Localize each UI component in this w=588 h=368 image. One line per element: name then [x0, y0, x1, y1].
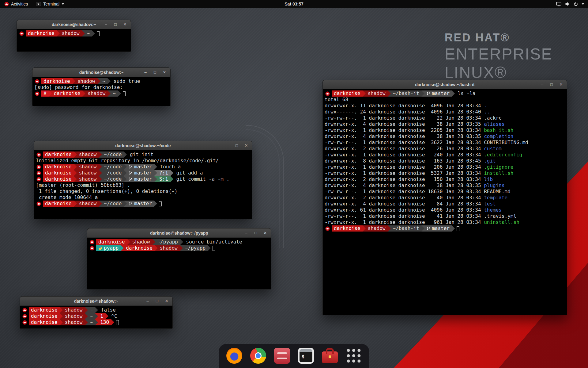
command-text: false: [98, 307, 116, 313]
dock-chrome-icon[interactable]: [250, 348, 266, 364]
prompt-segment-git: master: [127, 164, 154, 170]
titlebar[interactable]: darknoise@shadow:~ – □ ✕: [17, 20, 131, 29]
prompt-segment-git: master: [424, 90, 452, 97]
dock-app-grid-icon[interactable]: [346, 348, 362, 364]
prompt-segment-host: shadow: [130, 239, 152, 245]
titlebar[interactable]: darknoise@shadow:~/pyapp – □ ✕: [87, 228, 271, 238]
system-status-area[interactable]: [556, 2, 588, 6]
command-text: touch a: [157, 164, 181, 170]
prompt-segment-host: shadow: [85, 90, 107, 97]
close-button[interactable]: ✕: [244, 143, 248, 148]
volume-icon: [565, 2, 570, 6]
command-text: sudo true: [111, 78, 140, 84]
close-button[interactable]: ✕: [123, 22, 127, 27]
terminal-line: -rwxrwxr-x. 1 darknoise darknoise 961 Ja…: [325, 219, 565, 225]
powerline-separator-icon: [82, 30, 85, 36]
terminal-line: -rwxrwxr-x. 1 darknoise darknoise 240 Ja…: [325, 152, 565, 158]
maximize-button[interactable]: □: [153, 70, 157, 75]
rhel-logo-linux: LINUX®: [445, 63, 552, 82]
powerline-separator-icon: [124, 170, 127, 176]
prompt-segment-host: shadow: [158, 245, 180, 251]
powerline-separator-icon: [118, 90, 121, 97]
file-meta: drwxrwxr-x. 61 darknoise darknoise 4096 …: [325, 207, 484, 213]
powerline-separator-icon: [124, 176, 127, 182]
close-button[interactable]: ✕: [162, 70, 167, 75]
terminal-body[interactable]: darknoiseshadow~ sudo true[sudo] passwor…: [32, 77, 170, 98]
prompt-segment-host: shadow: [366, 90, 388, 97]
file-meta: drwx------. 24 darknoise darknoise 4096 …: [325, 109, 484, 115]
prompt-segment-err: 130: [98, 319, 111, 325]
maximize-button[interactable]: □: [155, 299, 159, 303]
command-text: source bin/activate: [183, 239, 242, 245]
powerline-separator-icon: [99, 176, 102, 182]
dock-software-icon[interactable]: [322, 351, 338, 363]
window-title: darknoise@shadow:~: [79, 70, 124, 75]
terminal-body[interactable]: darknoiseshadow~ falsedarknoiseshadow~1 …: [20, 306, 172, 327]
maximize-button[interactable]: □: [113, 22, 118, 27]
prompt-segment-user: darknoise: [332, 90, 363, 97]
minimize-button[interactable]: –: [104, 22, 108, 27]
command-text: ^C: [108, 313, 117, 319]
powerline-separator-icon: [127, 239, 130, 245]
powerline-separator-icon: [180, 239, 183, 245]
dock-firefox-icon[interactable]: [226, 348, 242, 364]
minimize-button[interactable]: –: [225, 143, 229, 148]
prompt-segment-git: master: [127, 176, 154, 182]
activities-button[interactable]: Activities: [3, 0, 29, 8]
prompt-segment-user: darknoise: [43, 176, 74, 182]
file-meta: -rwxrwxr-x. 1 darknoise darknoise 961 Ja…: [325, 219, 484, 225]
file-name: uninstall.sh: [484, 219, 519, 225]
prompt-segment-path: ~/bash-it: [391, 90, 422, 97]
terminal-body[interactable]: darknoiseshadow~/code git initInitialize…: [34, 150, 252, 208]
prompt-segment-user: darknoise: [96, 239, 127, 245]
rhel-logo: RED HAT® ENTERPRISE LINUX®: [445, 31, 552, 82]
maximize-button[interactable]: □: [549, 82, 554, 87]
prompt-segment-user: darknoise: [43, 170, 74, 176]
activities-label: Activities: [11, 2, 28, 6]
minimize-button[interactable]: –: [540, 82, 544, 87]
powerline-separator-icon: [105, 313, 108, 319]
minimize-button[interactable]: –: [145, 299, 150, 303]
app-menu-terminal[interactable]: Terminal: [35, 0, 66, 8]
powerline-separator-icon: [99, 201, 102, 207]
powerline-separator-icon: [85, 319, 88, 325]
prompt-segment-path: ~/code: [102, 164, 124, 170]
file-meta: -rwxrwxr-x. 1 darknoise darknoise 5327 J…: [325, 170, 484, 176]
minimize-button[interactable]: –: [244, 231, 248, 235]
titlebar[interactable]: darknoise@shadow:~ – □ ✕: [20, 297, 172, 306]
titlebar[interactable]: darknoise@shadow:~ – □ ✕: [32, 68, 170, 77]
close-button[interactable]: ✕: [164, 299, 169, 303]
maximize-button[interactable]: □: [254, 231, 258, 235]
powerline-separator-icon: [421, 225, 424, 232]
terminal-body[interactable]: darknoiseshadow~/bash-itmaster ls -latot…: [323, 89, 567, 233]
git-branch-icon: [427, 91, 430, 97]
prompt-segment-path: ~/code: [102, 176, 124, 182]
titlebar[interactable]: darknoise@shadow:~/bash-it – □ ✕: [323, 80, 567, 89]
terminal-line: drwxrwxr-x. 61 darknoise darknoise 4096 …: [325, 207, 565, 213]
close-button[interactable]: ✕: [559, 82, 563, 87]
terminal-line: darknoiseshadow~/codemasterS:1 git commi…: [36, 176, 250, 182]
terminal-line: drwxrwxr-x. 2 darknoise darknoise 40 Jan…: [325, 195, 565, 201]
terminal-body[interactable]: darknoiseshadow~: [17, 29, 131, 38]
terminal-line: -rwxrwxr-x. 1 darknoise darknoise 206 Ja…: [325, 164, 565, 170]
prompt-segment-path: ~/code: [102, 170, 124, 176]
maximize-button[interactable]: □: [235, 143, 239, 148]
powerline-separator-icon: [95, 313, 98, 319]
git-branch-icon: [129, 177, 133, 183]
file-name: custom: [484, 146, 502, 151]
minimize-button[interactable]: –: [143, 70, 148, 75]
terminal-line: #darknoiseshadow~: [34, 90, 168, 97]
dock-files-icon[interactable]: [274, 348, 290, 364]
powerline-separator-icon: [60, 319, 63, 325]
terminal-body[interactable]: darknoiseshadow~/pyapp source bin/activa…: [87, 238, 271, 252]
terminal-line: darknoiseshadow~/codemaster: [36, 201, 250, 207]
titlebar[interactable]: darknoise@shadow:~/code – □ ✕: [34, 141, 252, 150]
prompt-segment-git: master: [127, 201, 154, 207]
close-button[interactable]: ✕: [263, 231, 267, 235]
redhat-icon: [22, 319, 27, 325]
powerline-separator-icon: [170, 176, 173, 182]
file-meta: drwxrwxr-x. 4 darknoise darknoise 38 Jan…: [325, 182, 484, 188]
redhat-icon: [90, 239, 95, 245]
clock[interactable]: Sat 03:57: [285, 2, 303, 6]
dock-terminal-icon[interactable]: [298, 348, 314, 364]
